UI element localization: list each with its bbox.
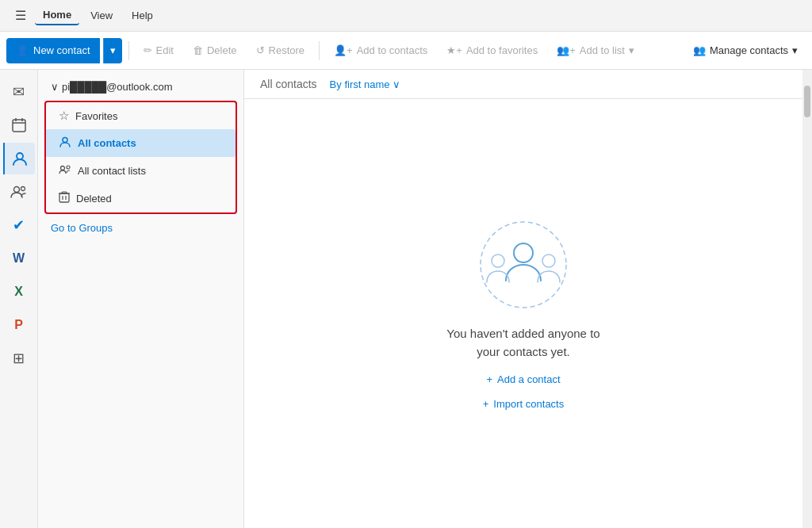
sort-icon: ∨ <box>393 78 400 90</box>
add-contact-link[interactable]: + Add a contact <box>486 373 560 385</box>
add-to-contacts-button[interactable]: 👤+ Add to contacts <box>326 38 435 63</box>
new-contact-button[interactable]: 👤 New contact <box>6 38 100 63</box>
menu-bar: ☰ Home View Help <box>0 0 812 32</box>
sidebar-account-email: pi█████@outlook.com <box>62 81 172 93</box>
empty-state-illustration <box>476 217 571 312</box>
rail-icon-apps[interactable]: ⊞ <box>3 342 35 374</box>
delete-button[interactable]: 🗑 Delete <box>185 38 245 63</box>
toolbar: 👤 New contact ▾ ✏ Edit 🗑 Delete ↺ Restor… <box>0 32 812 70</box>
add-list-dropdown-icon: ▾ <box>629 44 634 56</box>
svg-rect-12 <box>62 192 67 193</box>
content-area: All contacts By first name ∨ <box>244 70 802 528</box>
add-list-icon: 👥+ <box>557 44 576 56</box>
sort-label: By first name <box>330 78 390 90</box>
rail-icon-todo[interactable]: ✔ <box>3 209 35 241</box>
new-contact-icon: 👤 <box>16 44 29 56</box>
svg-point-16 <box>514 243 533 262</box>
edit-icon: ✏ <box>144 44 152 56</box>
menu-tab-home[interactable]: Home <box>35 6 79 25</box>
import-contacts-link[interactable]: + Import contacts <box>483 398 564 410</box>
rail-icon-powerpoint[interactable]: P <box>3 309 35 341</box>
empty-message: You haven't added anyone to your contact… <box>446 325 599 361</box>
deleted-icon <box>59 191 70 206</box>
main-layout: ✉ ✔ W X P ⊞ <box>0 70 812 528</box>
sidebar-item-deleted-label: Deleted <box>76 193 112 205</box>
sort-dropdown[interactable]: By first name ∨ <box>330 78 401 90</box>
separator-2 <box>319 41 320 60</box>
sidebar-item-all-contacts-label: All contacts <box>78 137 136 149</box>
svg-rect-10 <box>59 193 69 202</box>
svg-point-6 <box>21 187 25 191</box>
svg-point-18 <box>542 254 555 267</box>
separator-1 <box>128 41 129 60</box>
manage-contacts-icon: 👥 <box>693 44 706 56</box>
sidebar: ∨ pi█████@outlook.com ☆ Favorites All co… <box>38 70 244 528</box>
rail-icon-word[interactable]: W <box>3 243 35 274</box>
favorites-icon: ☆ <box>59 109 69 123</box>
add-to-favorites-button[interactable]: ★+ Add to favorites <box>439 38 546 63</box>
sidebar-account[interactable]: ∨ pi█████@outlook.com <box>38 76 243 98</box>
import-contacts-plus-icon: + <box>483 398 489 410</box>
sidebar-account-chevron: ∨ <box>51 81 59 93</box>
add-contacts-icon: 👤+ <box>334 44 353 56</box>
icon-rail: ✉ ✔ W X P ⊞ <box>0 70 38 528</box>
dropdown-icon: ▾ <box>110 44 116 56</box>
add-contact-plus-icon: + <box>486 373 492 385</box>
rail-icon-contacts[interactable] <box>3 143 35 174</box>
scrollbar-thumb[interactable] <box>804 86 810 117</box>
sidebar-item-deleted[interactable]: Deleted <box>46 185 236 212</box>
restore-icon: ↺ <box>256 44 265 56</box>
scrollbar-area <box>802 70 812 528</box>
rail-icon-mail[interactable]: ✉ <box>3 76 35 108</box>
svg-point-5 <box>13 187 19 193</box>
new-contact-dropdown-button[interactable]: ▾ <box>103 38 122 63</box>
edit-button[interactable]: ✏ Edit <box>136 38 182 63</box>
menu-tab-view[interactable]: View <box>82 6 121 25</box>
sidebar-item-contact-lists-label: All contact lists <box>78 165 146 177</box>
sidebar-item-favorites-label: Favorites <box>75 110 117 122</box>
svg-rect-0 <box>13 120 25 132</box>
manage-contacts-dropdown-icon: ▾ <box>792 44 798 56</box>
sidebar-nav-section: ☆ Favorites All contacts <box>44 101 237 214</box>
sidebar-item-all-contacts[interactable]: All contacts <box>46 129 236 157</box>
content-title: All contacts <box>260 78 317 90</box>
sidebar-item-favorites[interactable]: ☆ Favorites <box>46 102 236 129</box>
add-favorites-icon: ★+ <box>446 44 462 56</box>
go-to-groups-link[interactable]: Go to Groups <box>38 217 243 239</box>
add-to-list-button[interactable]: 👥+ Add to list ▾ <box>549 38 642 63</box>
rail-icon-calendar[interactable] <box>3 109 35 141</box>
svg-point-17 <box>492 254 504 267</box>
svg-point-8 <box>61 166 65 170</box>
sidebar-item-all-contact-lists[interactable]: All contact lists <box>46 157 236 185</box>
hamburger-icon[interactable]: ☰ <box>10 5 32 27</box>
content-body: You haven't added anyone to your contact… <box>244 99 802 528</box>
rail-icon-people[interactable] <box>3 176 35 208</box>
contact-lists-icon <box>59 163 71 178</box>
svg-point-7 <box>63 138 67 143</box>
restore-button[interactable]: ↺ Restore <box>248 38 313 63</box>
rail-icon-excel[interactable]: X <box>3 276 35 308</box>
svg-point-9 <box>67 166 70 169</box>
svg-point-4 <box>17 153 23 159</box>
content-header: All contacts By first name ∨ <box>244 70 802 99</box>
manage-contacts-button[interactable]: 👥 Manage contacts ▾ <box>685 38 806 63</box>
all-contacts-icon <box>59 136 71 151</box>
delete-icon: 🗑 <box>193 44 203 56</box>
menu-tab-help[interactable]: Help <box>124 6 161 25</box>
